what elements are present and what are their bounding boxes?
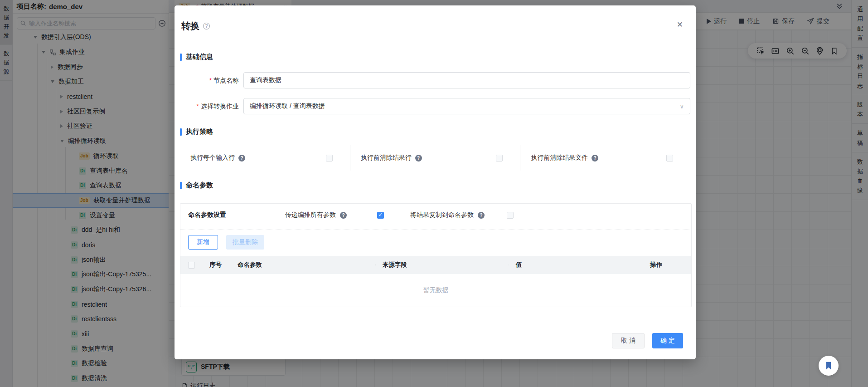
transform-job-select[interactable]: 编排循环读取 / 查询表数据 ∨ — [243, 98, 690, 114]
chevron-down-icon: ∨ — [679, 103, 684, 110]
node-name-label: 节点名称 — [213, 77, 239, 84]
help-icon[interactable]: ? — [592, 155, 598, 162]
option-exec-each-row: 执行每个输入行 ? — [180, 145, 350, 171]
node-name-input[interactable] — [243, 72, 690, 88]
help-icon[interactable]: ? — [478, 212, 485, 219]
exec-each-row-checkbox[interactable] — [326, 155, 333, 162]
copy-result-params-checkbox[interactable] — [507, 212, 514, 219]
node-name-row: *节点名称 — [175, 72, 690, 88]
batch-delete-button[interactable]: 批量删除 — [226, 235, 264, 250]
help-icon[interactable]: ? — [415, 155, 422, 162]
required-asterisk: * — [209, 77, 212, 84]
col-actions: 操作 — [643, 261, 691, 269]
col-index: 序号 — [202, 261, 230, 269]
app-root: 数据开发 数据源 项目名称: demo_dev 数据引入层(ODS) 集成作业 … — [0, 0, 868, 387]
param-settings-title: 命名参数设置 — [188, 211, 226, 219]
section-named-params: 命名参数 — [180, 181, 213, 190]
empty-table-placeholder: 暂无数据 — [180, 274, 691, 307]
help-icon[interactable]: ? — [340, 212, 347, 219]
option-pass-all-params: 传递编排所有参数 ? — [285, 211, 384, 219]
dotted-divider — [180, 230, 691, 230]
option-copy-result-params: 将结果复制到命名参数 ? — [410, 211, 514, 219]
col-param-name: 命名参数 — [230, 261, 375, 269]
clear-result-files-checkbox[interactable] — [666, 155, 673, 162]
select-value: 编排循环读取 / 查询表数据 — [250, 102, 325, 110]
strategy-options: 执行每个输入行 ? 执行前清除结果行 ? 执行前清除结果文件 ? — [180, 145, 690, 171]
params-table-header: 序号 命名参数 来源字段 值 操作 — [180, 256, 691, 274]
pass-all-params-checkbox[interactable] — [377, 212, 384, 219]
section-basic-info: 基础信息 — [180, 53, 213, 61]
bookmark-icon — [824, 361, 833, 371]
help-icon[interactable]: ? — [203, 23, 210, 29]
clear-result-rows-checkbox[interactable] — [496, 155, 503, 162]
help-icon[interactable]: ? — [238, 155, 245, 162]
dialog-title: 转换 ? — [181, 20, 210, 32]
select-all-checkbox[interactable] — [188, 262, 195, 269]
col-source-field: 来源字段 — [375, 261, 509, 269]
required-asterisk: * — [197, 103, 199, 110]
col-value: 值 — [509, 261, 643, 269]
transform-job-row: *选择转换作业 编排循环读取 / 查询表数据 ∨ — [175, 98, 690, 114]
transform-dialog: 转换 ? ✕ 基础信息 *节点名称 *选择转换作业 编排循环读取 / 查询表数据… — [175, 5, 696, 359]
named-params-box: 命名参数设置 传递编排所有参数 ? 将结果复制到命名参数 ? 新增 批量删除 — [180, 203, 692, 307]
confirm-button[interactable]: 确 定 — [652, 333, 683, 348]
add-param-button[interactable]: 新增 — [188, 235, 218, 250]
transform-job-label: 选择转换作业 — [201, 103, 239, 110]
cancel-button[interactable]: 取 消 — [612, 333, 645, 348]
bookmark-fab[interactable] — [819, 356, 839, 376]
option-clear-result-rows: 执行前清除结果行 ? — [350, 145, 520, 171]
close-icon[interactable]: ✕ — [677, 21, 683, 29]
option-clear-result-files: 执行前清除结果文件 ? — [520, 145, 690, 171]
section-exec-strategy: 执行策略 — [180, 127, 213, 136]
